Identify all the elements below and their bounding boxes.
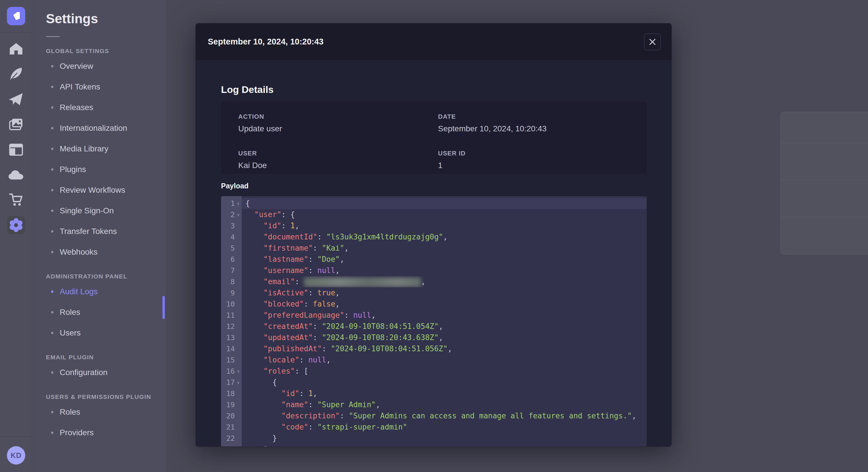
fold-chevron-icon[interactable]: ∨ [235,212,242,217]
code-line-content: "blocked": false, [242,299,647,310]
gutter-cell: 6 [221,255,242,264]
bullet-icon [51,86,53,88]
sidebar-item-plugins[interactable]: Plugins [32,159,165,180]
sidebar-item-configuration[interactable]: Configuration [32,362,165,383]
sidebar-item-transfer-tokens[interactable]: Transfer Tokens [32,221,165,242]
bullet-icon [51,332,53,334]
line-number: 7 [230,266,235,275]
gear-icon[interactable] [7,216,25,234]
gutter-cell: 11 [221,311,242,319]
code-line-content: "email": , [242,276,647,287]
gutter-cell: 17∨ [221,378,242,386]
cart-icon[interactable] [7,191,25,208]
table-rows [781,143,868,254]
feather-icon[interactable] [7,65,25,82]
code-line: 20 "description": "Super Admins can acce… [221,410,647,422]
gutter-cell: 23 [221,445,242,446]
line-number: 22 [226,434,235,442]
gutter-cell: 12 [221,322,242,331]
table-row [781,143,868,180]
gutter-cell: 8 [221,278,242,286]
sidebar-item-internationalization[interactable]: Internationalization [32,118,165,138]
gutter-cell: 10 [221,300,242,308]
code-line: 16∨ "roles": [ [221,366,647,377]
code-line: 21 "code": "strapi-super-admin" [221,422,647,433]
gutter-cell: 5 [221,244,242,252]
strapi-logo[interactable] [7,7,25,25]
detail-label: USER ID [438,150,647,157]
avatar[interactable]: KD [7,446,25,465]
layout-icon[interactable] [7,141,25,158]
line-number: 11 [226,311,235,319]
screen: KD Settings GLOBAL SETTINGSOverviewAPI T… [0,0,868,472]
close-button[interactable] [644,34,661,50]
gutter-cell: 7 [221,266,242,275]
sidebar-item-media-library[interactable]: Media Library [32,138,165,159]
code-line: 19 "name": "Super Admin", [221,399,647,410]
code-line-content: "description": "Super Admins can access … [242,410,647,422]
cloud-icon[interactable] [7,166,25,183]
line-number: 19 [226,401,235,409]
line-number: 17 [226,378,235,386]
bullet-icon [51,251,53,253]
payload-editor[interactable]: 1∨{2∨ "user": {3 "id": 1,4 "documentId":… [221,196,647,446]
bullet-icon [51,210,53,212]
sidebar-item-roles[interactable]: Roles [32,302,165,323]
sidebar-item-users[interactable]: Users [32,323,165,343]
line-number: 5 [230,244,235,252]
media-library-icon[interactable] [7,116,25,133]
fold-chevron-icon[interactable]: ∨ [235,369,242,374]
modal-title: September 10, 2024, 10:20:43 [208,37,323,46]
sidebar-item-label: Releases [60,103,93,112]
sidebar-item-label: Plugins [60,165,86,174]
divider [0,436,32,437]
fold-chevron-icon[interactable]: ∨ [235,380,242,385]
page-title: Settings [46,11,165,26]
sidebar-item-label: Webhooks [60,247,98,257]
code-line-content: "lastname": "Doe", [242,254,647,265]
bullet-icon [51,148,53,150]
avatar-initials: KD [11,451,22,460]
sidebar-item-label: Transfer Tokens [60,227,117,236]
detail-label: USER [238,150,438,157]
bullet-icon [51,432,53,434]
home-icon[interactable] [7,40,25,57]
audit-log-table-card [780,112,868,255]
sidebar-item-label: Internationalization [60,124,127,133]
bullet-icon [51,291,53,293]
bullet-icon [51,311,53,313]
paper-plane-icon[interactable] [7,91,25,108]
detail-value: Kai Doe [238,161,438,170]
sidebar-item-label: Audit Logs [60,287,98,296]
line-number: 14 [226,345,235,353]
sidebar-item-audit-logs[interactable]: Audit Logs [32,281,165,302]
detail-user-id: USER ID1 [438,150,647,174]
active-item-indicator [162,296,165,319]
sidebar-item-webhooks[interactable]: Webhooks [32,242,165,262]
sidebar-item-api-tokens[interactable]: API Tokens [32,76,165,97]
bullet-icon [51,65,53,67]
code-line-content: "locale": null, [242,355,647,366]
sidebar-item-overview[interactable]: Overview [32,56,165,76]
line-number: 16 [226,367,235,375]
code-line: 14 "publishedAt": "2024-09-10T08:04:51.0… [221,343,647,355]
line-number: 1 [230,199,235,208]
code-line-content: "code": "strapi-super-admin" [242,422,647,433]
code-line: 4 "documentId": "ls3uk3g1xm4ltdrdugzajg0… [221,231,647,243]
code-line-content: "updatedAt": "2024-09-10T08:20:43.638Z", [242,332,647,343]
payload-label: Payload [221,182,647,190]
sidebar-item-label: Single Sign-On [60,206,114,215]
sidebar-item-label: API Tokens [60,82,100,92]
sidebar-item-single-sign-on[interactable]: Single Sign-On [32,200,165,221]
bullet-icon [51,106,53,109]
sidebar-item-roles[interactable]: Roles [32,402,165,423]
table-header [781,112,868,143]
sidebar-item-label: Review Workflows [60,186,125,195]
code-line-content: "user": { [242,209,647,220]
sidebar-item-providers[interactable]: Providers [32,423,165,443]
bullet-icon [51,168,53,171]
line-number: 12 [226,322,235,331]
fold-chevron-icon[interactable]: ∨ [235,201,242,206]
sidebar-item-releases[interactable]: Releases [32,97,165,118]
sidebar-item-review-workflows[interactable]: Review Workflows [32,180,165,200]
